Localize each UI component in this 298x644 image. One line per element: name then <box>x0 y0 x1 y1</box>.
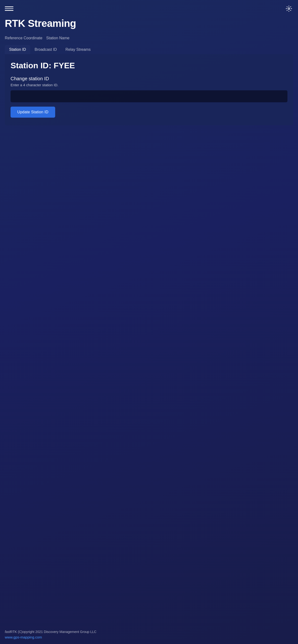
menu-button[interactable] <box>5 4 14 13</box>
svg-point-0 <box>288 8 290 10</box>
station-id-heading: Station ID: FYEE <box>11 61 287 70</box>
tab-station-id[interactable]: Station ID <box>5 45 30 54</box>
content-card: Station ID: FYEE Change station ID Enter… <box>5 54 293 125</box>
helper-text: Enter a 4 character station ID. <box>11 83 287 87</box>
page-title: RTK Streaming <box>0 15 298 34</box>
tab-reference-coordinate[interactable]: Reference Coordinate <box>5 34 46 42</box>
footer-website-link[interactable]: www.gps-mapping.com <box>5 635 42 639</box>
settings-icon[interactable] <box>284 4 293 13</box>
change-station-label: Change station ID <box>11 76 287 82</box>
footer-fast-text: fast <box>5 630 10 634</box>
top-tabs: Reference Coordinate Station Name <box>0 34 298 42</box>
tab-broadcast-id[interactable]: Broadcast ID <box>30 45 61 54</box>
footer-copyright: fastRTK (C)opyright 2021 Discovery Manag… <box>5 630 293 634</box>
app-header <box>0 0 298 15</box>
tab-station-name[interactable]: Station Name <box>46 34 73 42</box>
footer: fastRTK (C)opyright 2021 Discovery Manag… <box>0 624 298 644</box>
sub-tabs: Station ID Broadcast ID Relay Streams <box>0 42 298 54</box>
station-id-input[interactable] <box>11 90 287 102</box>
footer-copyright-text: RTK (C)opyright 2021 Discovery Managemen… <box>10 630 96 634</box>
update-station-id-button[interactable]: Update Station ID <box>11 106 55 118</box>
tab-relay-streams[interactable]: Relay Streams <box>61 45 95 54</box>
